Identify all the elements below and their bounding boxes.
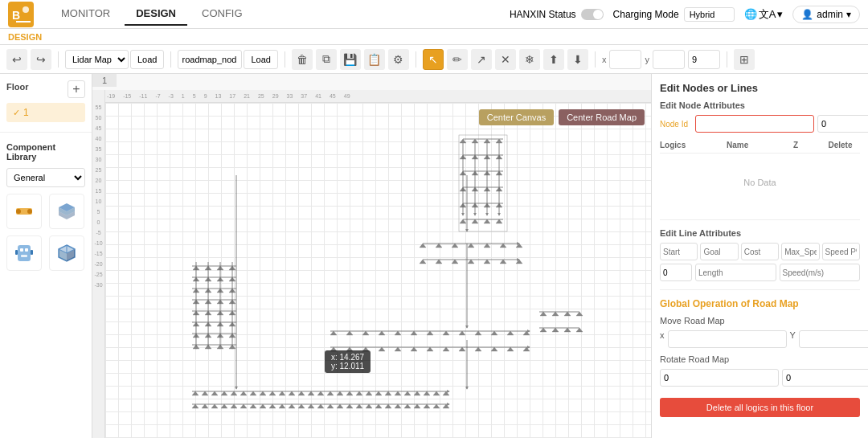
speed-ms-input[interactable] [780, 264, 861, 281]
canvas-inner[interactable]: Center Canvas Center Road Map x: 14.267 … [105, 103, 651, 438]
x-coord-input[interactable] [609, 50, 641, 69]
svg-marker-147 [375, 391, 382, 395]
charging-mode-select[interactable]: Hybrid Auto Manual [684, 7, 735, 22]
freeze-tool-button[interactable]: ❄ [519, 49, 540, 70]
import-button[interactable]: ⬇ [567, 49, 588, 70]
export-button[interactable]: ⬆ [543, 49, 564, 70]
length-input[interactable] [695, 264, 776, 281]
paste-toolbar-button[interactable]: 📋 [364, 49, 385, 70]
sub-nav: DESIGN [0, 29, 868, 45]
copy-toolbar-button[interactable]: ⧉ [316, 49, 337, 70]
undo-button[interactable]: ↩ [6, 49, 27, 70]
load-lidar-button[interactable]: Load [130, 50, 164, 69]
roadmap-group: Load [178, 50, 277, 69]
svg-marker-136 [269, 391, 276, 395]
start-input[interactable] [660, 243, 698, 260]
svg-marker-71 [516, 260, 522, 264]
left-sidebar: Floor + ✓ 1 Component Library General Ad… [0, 74, 92, 438]
svg-marker-151 [414, 391, 420, 395]
svg-marker-194 [491, 331, 497, 335]
max-speed-input[interactable] [781, 243, 819, 260]
breadcrumb: DESIGN [8, 32, 42, 42]
node-x-input[interactable] [817, 115, 868, 133]
svg-marker-180 [433, 404, 440, 408]
arrow-tool-button[interactable]: ↗ [471, 49, 492, 70]
cursor-tool-button[interactable]: ↖ [423, 49, 444, 70]
move-y-input[interactable] [799, 330, 868, 348]
cross-tool-button[interactable]: ✕ [495, 49, 516, 70]
svg-marker-155 [192, 404, 199, 408]
lang-icon: 🌐 [744, 8, 757, 20]
speed-ps-input[interactable] [822, 243, 860, 260]
nav-tab-design[interactable]: DESIGN [125, 2, 187, 26]
road-map-svg [105, 103, 636, 438]
load-road-button[interactable]: Load [244, 50, 277, 69]
svg-marker-77 [576, 312, 583, 316]
svg-marker-24 [460, 139, 466, 143]
status-toggle[interactable] [581, 9, 604, 20]
conveyor-icon [13, 200, 35, 223]
canvas-area[interactable]: 1 55 50 45 40 35 30 25 20 15 10 5 0 -5 -… [92, 74, 651, 438]
floor-item-1[interactable]: ✓ 1 [6, 103, 85, 122]
component-item-robot[interactable] [6, 235, 42, 271]
svg-marker-160 [240, 404, 247, 408]
nav-tabs: MONITOR DESIGN CONFIG [50, 2, 254, 26]
svg-marker-134 [250, 391, 256, 395]
redo-button[interactable]: ↪ [31, 49, 51, 70]
nav-tab-config[interactable]: CONFIG [190, 2, 254, 26]
node-id-input[interactable] [695, 115, 814, 133]
svg-marker-67 [452, 260, 458, 264]
line-val-input[interactable] [660, 264, 692, 281]
delete-logics-button[interactable]: Delete all logics in this floor [660, 398, 860, 417]
right-panel: Edit Nodes or Lines Edit Node Attributes… [651, 74, 868, 438]
status-row: HANXIN Status [510, 9, 604, 20]
global-op-title: Global Operation of Road Map [660, 298, 860, 309]
layers-icon [55, 200, 78, 223]
component-item-cube[interactable] [49, 235, 84, 271]
svg-marker-196 [523, 331, 530, 335]
move-x-input[interactable] [668, 330, 787, 348]
roadmap-input[interactable] [178, 50, 242, 69]
svg-marker-143 [337, 391, 343, 395]
y-coord-input[interactable] [653, 50, 685, 69]
node-id-label: Node Id [660, 120, 692, 129]
z-coord-input[interactable] [688, 50, 720, 69]
add-floor-button[interactable]: + [68, 80, 85, 98]
center-road-button[interactable]: Center Road Map [559, 109, 645, 125]
svg-marker-75 [552, 312, 559, 316]
nav-right: HANXIN Status Charging Mode Hybrid Auto … [510, 6, 860, 23]
nav-tab-monitor[interactable]: MONITOR [50, 2, 121, 26]
center-canvas-button[interactable]: Center Canvas [479, 109, 554, 125]
ruler-left: 55 50 45 40 35 30 25 20 15 10 5 0 -5 -10… [92, 90, 105, 438]
charging-mode: Charging Mode Hybrid Auto Manual [613, 7, 735, 22]
svg-marker-202 [411, 347, 417, 351]
admin-button[interactable]: 👤 admin ▾ [792, 6, 860, 23]
svg-marker-133 [240, 391, 247, 395]
svg-marker-140 [308, 391, 314, 395]
settings-toolbar-button[interactable]: ⚙ [388, 49, 409, 70]
rotate-val1-input[interactable] [660, 369, 779, 387]
no-data-label: No Data [660, 154, 860, 211]
svg-marker-207 [491, 347, 497, 351]
svg-marker-64 [516, 244, 522, 248]
delete-toolbar-button[interactable]: 🗑 [292, 49, 313, 70]
svg-marker-169 [327, 404, 334, 408]
component-category-select[interactable]: General Advanced [6, 168, 85, 187]
save-toolbar-button[interactable]: 💾 [340, 49, 361, 70]
canvas[interactable]: 55 50 45 40 35 30 25 20 15 10 5 0 -5 -10… [92, 90, 651, 438]
lidar-map-select[interactable]: Lidar Map [65, 50, 129, 69]
move-road-label: Move Road Map [660, 316, 732, 325]
lang-button[interactable]: 🌐 文A ▾ [744, 7, 784, 22]
svg-rect-15 [31, 250, 33, 255]
pen-tool-button[interactable]: ✏ [447, 49, 468, 70]
toolbar-sep-1 [58, 51, 59, 68]
component-item-layers[interactable] [49, 194, 84, 229]
goal-input[interactable] [700, 243, 738, 260]
component-item-conveyor[interactable] [6, 194, 42, 229]
cost-input[interactable] [741, 243, 779, 260]
align-button[interactable]: ⊞ [734, 49, 755, 70]
rotate-val2-input[interactable] [782, 369, 868, 387]
main-area: Floor + ✓ 1 Component Library General Ad… [0, 74, 868, 438]
svg-marker-129 [202, 391, 208, 395]
toolbar-sep-2 [170, 51, 171, 68]
